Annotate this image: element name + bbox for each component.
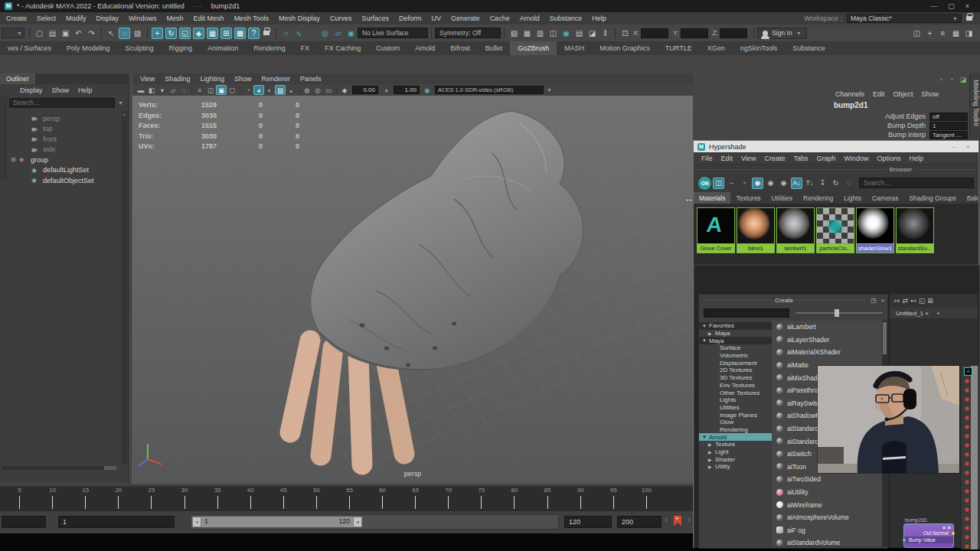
hypershade-menu-item[interactable]: Options (877, 155, 900, 162)
add-tab-button[interactable]: + (936, 310, 940, 317)
anti-alias-icon[interactable]: ▨ (275, 85, 286, 95)
shelf-tab[interactable]: ves / Surfaces (0, 41, 59, 55)
small-swatch-icon[interactable]: ◉ (752, 178, 763, 189)
grid-layout-icon[interactable]: ▦ (950, 28, 962, 39)
default-material-icon[interactable]: ▢ (227, 85, 237, 95)
large-swatch-icon[interactable]: ◉ (778, 178, 789, 189)
playback-end-field[interactable]: 120 (564, 516, 612, 528)
shelf-tab[interactable]: Bullet (478, 41, 511, 55)
channel-box-menu-item[interactable]: Edit (873, 90, 885, 98)
category-item[interactable]: Other Textures (699, 389, 772, 396)
graph-output-icon[interactable]: ↤ (910, 297, 916, 305)
menu-item[interactable]: Mesh (167, 15, 184, 22)
category-item[interactable]: Surface (699, 344, 772, 352)
attribute-value-field[interactable]: off (929, 112, 968, 121)
undo-icon[interactable]: ↶ (73, 28, 84, 39)
browser-tab[interactable]: Materials (694, 192, 730, 204)
menu-item[interactable]: Arnold (520, 15, 540, 22)
maximize-button[interactable]: ▢ (948, 2, 955, 10)
lighting-all-icon[interactable]: ◔ (243, 85, 253, 95)
snap-grid-icon[interactable]: ∩ (280, 28, 292, 39)
outliner-menu-item[interactable]: Show (52, 86, 70, 94)
render-frame-icon[interactable]: ▥ (534, 28, 546, 39)
outliner-item[interactable]: persp (0, 113, 128, 124)
category-item[interactable]: ▼ Arnold (699, 433, 772, 441)
menu-item[interactable]: Deform (399, 15, 422, 22)
close-tab-icon[interactable]: × (925, 310, 929, 317)
category-item[interactable]: Env Textures (699, 382, 772, 390)
attribute-value-field[interactable]: Tangent ... (929, 131, 968, 139)
window-controls[interactable]: – × (952, 143, 975, 150)
swatch-live-icon[interactable]: ◫ (713, 178, 724, 189)
attribute-value-field[interactable]: 1 (929, 122, 968, 130)
tiny-swatch-icon[interactable]: ▫ (739, 178, 750, 189)
outliner-item[interactable]: defaultObjectSet (0, 175, 128, 186)
bookmark-icon[interactable]: ▾ (157, 85, 168, 95)
sort-az-icon[interactable]: A↓ (791, 178, 802, 189)
expand-icon[interactable]: ⊞ (11, 156, 19, 163)
snap-plane-icon[interactable]: ▱ (332, 28, 344, 39)
lock-selection-icon[interactable] (263, 31, 270, 35)
pan-zoom-icon[interactable]: ◧ (146, 85, 157, 95)
z-input[interactable] (720, 28, 747, 38)
hypershade-menu-item[interactable]: File (701, 155, 713, 162)
menu-item[interactable]: Cache (490, 15, 510, 22)
category-item[interactable]: ▶ Light (699, 448, 772, 456)
shelf-tab[interactable]: Animation (200, 41, 246, 55)
shadows-icon[interactable]: ◕ (253, 85, 264, 95)
film-gate-icon[interactable]: ▭ (323, 85, 334, 95)
output-port[interactable] (952, 532, 955, 535)
set-key-icon[interactable] (674, 516, 681, 526)
playback-range-bar[interactable]: 1 120 (192, 517, 362, 527)
paint-weights-icon[interactable]: ▩ (234, 28, 246, 39)
graph-icon[interactable]: ◪ (959, 76, 966, 83)
character-set-field[interactable] (2, 516, 46, 528)
close-panel-icon[interactable]: × (878, 297, 887, 304)
menu-item[interactable]: Windows (129, 15, 157, 22)
category-item[interactable]: Displacement (699, 359, 772, 367)
shader-list-item[interactable]: aiMaterialXShader (772, 346, 882, 359)
separator[interactable]: | (334, 85, 339, 95)
menu-item[interactable]: Surfaces (362, 15, 390, 22)
menu-item[interactable]: Select (37, 15, 56, 22)
menu-item[interactable]: Mesh Tools (234, 15, 269, 22)
arnold-render-icon[interactable]: ◉ (560, 28, 572, 39)
category-item[interactable]: 3D Textures (699, 374, 772, 382)
browser-tab[interactable]: Cameras (867, 192, 903, 204)
outliner-item[interactable]: ⊞ group (0, 155, 128, 165)
current-frame-field[interactable]: 1 (58, 516, 175, 528)
medium-swatch-icon[interactable]: ◉ (765, 178, 776, 189)
browser-tab[interactable]: Lights (838, 192, 867, 204)
spinner-icon[interactable]: ↕ (688, 516, 691, 523)
x-input[interactable] (641, 28, 668, 38)
outliner-menu-item[interactable]: Help (78, 86, 93, 94)
lock-workspace-icon[interactable] (966, 16, 972, 21)
shader-list-item[interactable]: aiF og (772, 524, 882, 537)
shelf-tab[interactable]: Motion Graphics (592, 41, 658, 55)
menu-item[interactable]: Generate (451, 15, 480, 22)
hypershade-search-input[interactable] (859, 178, 974, 188)
render-view-icon[interactable]: ▦ (521, 28, 533, 39)
channel-box-menu-item[interactable]: Show (922, 90, 939, 98)
xray-icon[interactable]: ◎ (312, 85, 323, 95)
hypershade-menu-item[interactable]: Help (909, 155, 923, 162)
category-item[interactable]: ▶ Maya (699, 330, 772, 337)
scene-3d-glove-model[interactable] (132, 96, 694, 484)
gamma-field[interactable]: 1.00 (394, 86, 420, 94)
time-slider[interactable]: 5 10 15 20 25 30 35 40 45 50 55 60 65 70… (0, 485, 693, 511)
menu-item[interactable]: Mesh Display (279, 15, 320, 22)
gamma-icon[interactable]: ◑ (381, 85, 391, 95)
shader-list-item[interactable]: aiLambert (772, 321, 882, 334)
grease-pencil-icon[interactable]: ◌ (178, 85, 189, 95)
menu-item[interactable]: Curves (330, 15, 352, 22)
add-selected-icon[interactable]: ⊞ (927, 297, 933, 305)
browser-tab[interactable]: Textures (730, 192, 766, 204)
pause-icon[interactable]: ‖ (599, 28, 611, 39)
input-port[interactable] (903, 539, 906, 542)
menu-item[interactable]: Help (592, 15, 606, 22)
viewport-menu-item[interactable]: Shading (165, 75, 190, 83)
hypershade-menu-item[interactable]: Window (844, 155, 868, 162)
exposure-icon[interactable]: ◆ (339, 85, 350, 95)
smooth-shade-icon[interactable]: ◫ (205, 85, 216, 95)
paint-select-icon[interactable]: ▨ (132, 28, 143, 39)
